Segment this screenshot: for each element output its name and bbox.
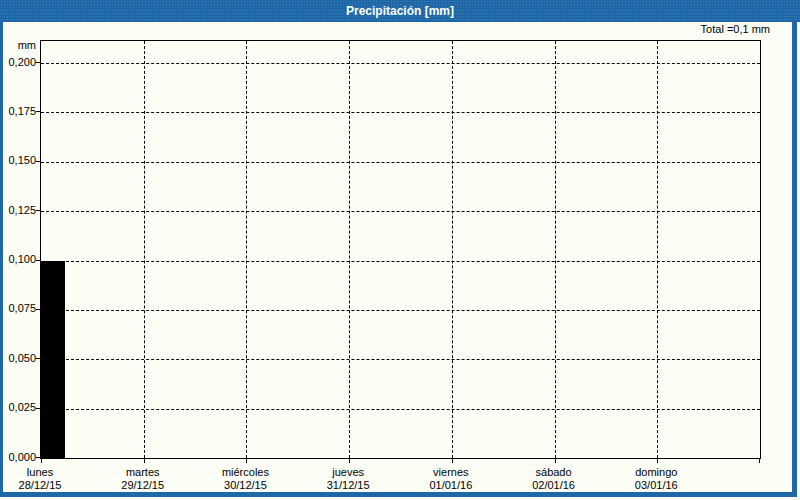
h-gridline <box>41 359 760 360</box>
window-border-bottom <box>0 492 797 497</box>
h-gridline <box>41 261 760 262</box>
day-name: lunes <box>19 466 62 479</box>
x-day-label: martes29/12/15 <box>121 466 164 492</box>
day-date: 31/12/15 <box>327 479 370 492</box>
x-day-label: lunes28/12/15 <box>19 466 62 492</box>
h-gridline <box>41 63 760 64</box>
x-axis-tick <box>41 459 42 463</box>
v-gridline <box>246 41 247 458</box>
x-axis-tick <box>349 459 350 463</box>
day-date: 29/12/15 <box>121 479 164 492</box>
y-tick-label: 0,175 <box>0 105 36 118</box>
day-name: miércoles <box>222 466 269 479</box>
x-axis-tick <box>144 459 145 463</box>
day-date: 28/12/15 <box>19 479 62 492</box>
plot-area <box>40 40 761 459</box>
y-tick-label: 0,025 <box>0 401 36 414</box>
precipitation-bar <box>41 261 65 459</box>
y-axis-tick <box>36 457 40 458</box>
y-tick-label: 0,150 <box>0 154 36 167</box>
y-tick-label: 0,000 <box>0 451 36 464</box>
v-gridline <box>349 41 350 458</box>
day-name: sábado <box>532 466 575 479</box>
x-axis-tick <box>246 459 247 463</box>
day-date: 02/01/16 <box>532 479 575 492</box>
day-name: viernes <box>429 466 472 479</box>
v-gridline <box>555 41 556 458</box>
y-axis-tick <box>36 161 40 162</box>
x-day-label: jueves31/12/15 <box>327 466 370 492</box>
h-gridline <box>41 112 760 113</box>
y-tick-label: 0,200 <box>0 56 36 69</box>
app-window: Precipitación [mm] Total =0,1 mm mm 0,20… <box>0 0 800 500</box>
window-border-right <box>792 22 797 497</box>
day-date: 01/01/16 <box>429 479 472 492</box>
y-axis-tick <box>36 309 40 310</box>
h-gridline <box>41 310 760 311</box>
y-axis-unit-label: mm <box>0 39 36 51</box>
chart-title: Precipitación [mm] <box>346 4 454 18</box>
y-tick-label: 0,125 <box>0 204 36 217</box>
day-name: martes <box>121 466 164 479</box>
y-axis-tick <box>36 408 40 409</box>
v-gridline <box>657 41 658 458</box>
day-date: 30/12/15 <box>222 479 269 492</box>
x-axis-tick <box>657 459 658 463</box>
y-tick-label: 0,075 <box>0 302 36 315</box>
y-axis-tick <box>36 62 40 63</box>
day-name: jueves <box>327 466 370 479</box>
total-label: Total =0,1 mm <box>701 23 770 35</box>
y-tick-label: 0,050 <box>0 352 36 365</box>
y-axis-tick <box>36 111 40 112</box>
v-gridline <box>144 41 145 458</box>
y-axis-tick <box>36 260 40 261</box>
y-tick-label: 0,100 <box>0 253 36 266</box>
h-gridline <box>41 409 760 410</box>
x-axis-tick <box>555 459 556 463</box>
x-day-label: miércoles30/12/15 <box>222 466 269 492</box>
y-axis-tick <box>36 210 40 211</box>
y-axis-tick <box>36 358 40 359</box>
title-bar: Precipitación [mm] <box>0 0 800 22</box>
h-gridline <box>41 211 760 212</box>
x-axis-tick <box>759 459 760 463</box>
x-day-label: sábado02/01/16 <box>532 466 575 492</box>
day-name: domingo <box>635 466 678 479</box>
h-gridline <box>41 162 760 163</box>
x-day-label: viernes01/01/16 <box>429 466 472 492</box>
x-axis-tick <box>452 459 453 463</box>
day-date: 03/01/16 <box>635 479 678 492</box>
v-gridline <box>452 41 453 458</box>
x-day-label: domingo03/01/16 <box>635 466 678 492</box>
